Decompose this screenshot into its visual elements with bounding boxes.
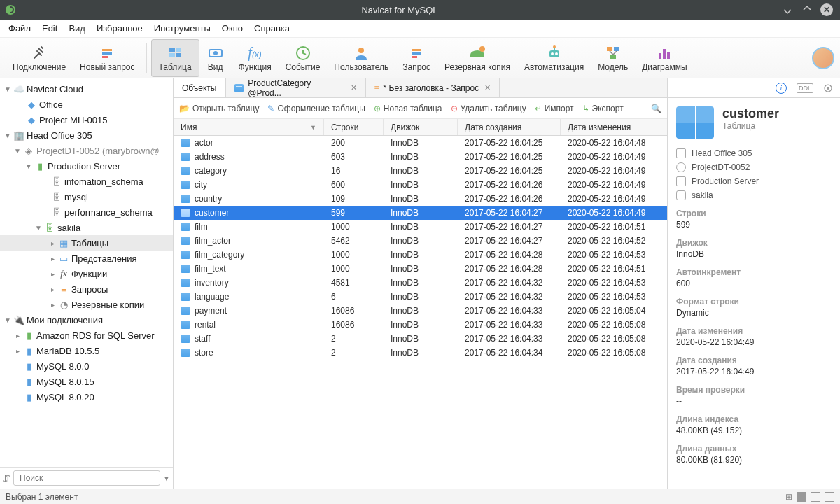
table-list[interactable]: actor200InnoDB2017-05-22 16:04:252020-05… <box>174 136 667 489</box>
prop-label: Дата изменения <box>676 326 832 336</box>
table-row[interactable]: film_category1000InnoDB2017-05-22 16:04:… <box>174 248 667 262</box>
toolbar-new-query[interactable]: Новый запрос <box>73 39 141 77</box>
tree-navicat-cloud[interactable]: ▼☁️Navicat Cloud <box>0 81 173 97</box>
minimize-icon[interactable] <box>780 2 795 18</box>
table-row[interactable]: store2InnoDB2017-05-22 16:04:342020-05-2… <box>174 346 667 360</box>
table-row[interactable]: address603InnoDB2017-05-22 16:04:252020-… <box>174 150 667 164</box>
table-row[interactable]: city600InnoDB2017-05-22 16:04:262020-05-… <box>174 178 667 192</box>
close-icon[interactable]: ✕ <box>484 83 491 92</box>
col-rows[interactable]: Строки <box>324 119 384 135</box>
tree-mariadb[interactable]: ▸▮MariaDB 10.5.5 <box>0 343 173 358</box>
col-engine[interactable]: Движок <box>384 119 458 135</box>
action-open-table[interactable]: 📂Открыть таблицу <box>179 104 259 113</box>
toolbar-backup[interactable]: Резервная копия <box>438 39 517 77</box>
menu-favorites[interactable]: Избранное <box>91 20 148 36</box>
table-row[interactable]: film_actor5462InnoDB2017-05-22 16:04:272… <box>174 234 667 248</box>
building-icon: 🏢 <box>13 130 25 141</box>
tree-mysql8020[interactable]: ▮MySQL 8.0.20 <box>0 389 173 405</box>
toolbar-function[interactable]: f(x)Функция <box>232 39 279 77</box>
info-tab-ddl[interactable]: DDL <box>797 83 813 93</box>
table-row[interactable]: actor200InnoDB2017-05-22 16:04:252020-05… <box>174 136 667 150</box>
menu-window[interactable]: Окно <box>216 20 248 36</box>
tree-db-info-schema[interactable]: 🗄infomation_schema <box>0 174 173 189</box>
info-tab-general[interactable]: i <box>776 83 787 94</box>
tree-project-mh[interactable]: ◆Project MH-0015 <box>0 112 173 127</box>
tree-head-office[interactable]: ▼🏢Head Office 305 <box>0 127 173 143</box>
svg-rect-20 <box>607 47 612 51</box>
menu-file[interactable]: Файл <box>3 20 36 36</box>
info-tab-preview[interactable] <box>823 83 833 93</box>
info-property: Длина данных80.00KB (81,920) <box>676 444 832 465</box>
col-created[interactable]: Дата создания <box>458 119 561 135</box>
action-delete-table[interactable]: ⊖Удалить таблицу <box>451 104 526 113</box>
table-row[interactable]: film1000InnoDB2017-05-22 16:04:272020-05… <box>174 220 667 234</box>
tree-db-perf-schema[interactable]: 🗄performance_schema <box>0 204 173 220</box>
chevron-down-icon[interactable]: ▼ <box>163 475 170 482</box>
tree-db-sakila[interactable]: ▼🗄sakila <box>0 220 173 235</box>
table-row[interactable]: language6InnoDB2017-05-22 16:04:322020-0… <box>174 290 667 304</box>
toolbar-view[interactable]: Вид <box>200 39 232 77</box>
tree-functions[interactable]: ▸fxФункции <box>0 266 173 281</box>
tab-untitled-query[interactable]: ≡* Без заголовка - Запрос✕ <box>366 78 500 97</box>
toolbar-charts[interactable]: Диаграммы <box>635 39 694 77</box>
close-button[interactable]: ✕ <box>819 2 834 18</box>
search-input[interactable] <box>13 470 160 486</box>
toolbar-automation[interactable]: Автоматизация <box>517 39 591 77</box>
tab-product-category[interactable]: ProductCategory @Prod...✕ <box>226 78 366 97</box>
fx-icon: fx <box>57 268 70 279</box>
table-row[interactable]: payment16086InnoDB2017-05-22 16:04:33202… <box>174 304 667 318</box>
view-grid-icon[interactable]: ⊞ <box>785 492 792 502</box>
tree-project-dt[interactable]: ▼◈ProjectDT-0052 (marybrown@ <box>0 143 173 158</box>
table-row[interactable]: film_text1000InnoDB2017-05-22 16:04:2820… <box>174 262 667 276</box>
table-row[interactable]: category16InnoDB2017-05-22 16:04:252020-… <box>174 164 667 178</box>
menu-edit[interactable]: Edit <box>36 20 63 36</box>
tree-office[interactable]: ◆Office <box>0 97 173 112</box>
col-modified[interactable]: Дата изменения <box>561 119 657 135</box>
user-avatar[interactable] <box>812 47 834 69</box>
action-export[interactable]: ↳Экспорт <box>582 104 624 113</box>
action-design-table[interactable]: ✎Оформление таблицы <box>267 104 365 113</box>
toolbar-model[interactable]: Модель <box>591 39 635 77</box>
crumb-3[interactable]: sakila <box>676 190 832 200</box>
table-row[interactable]: rental16086InnoDB2017-05-22 16:04:332020… <box>174 318 667 332</box>
view-er-icon[interactable] <box>825 492 834 502</box>
tree-queries[interactable]: ▸≡Запросы <box>0 281 173 297</box>
crumb-1[interactable]: ProjectDT-0052 <box>676 162 832 172</box>
table-row[interactable]: country109InnoDB2017-05-22 16:04:262020-… <box>174 192 667 206</box>
tree-mysql8015[interactable]: ▮MySQL 8.0.15 <box>0 374 173 389</box>
menu-help[interactable]: Справка <box>248 20 295 36</box>
svg-point-17 <box>555 52 558 55</box>
close-icon[interactable]: ✕ <box>351 83 357 92</box>
toolbar-event[interactable]: Событие <box>279 39 328 77</box>
toolbar-connection[interactable]: Подключение <box>6 39 73 77</box>
table-sm-icon <box>181 209 190 217</box>
tree-mysql800[interactable]: ▮MySQL 8.0.0 <box>0 358 173 374</box>
tab-objects[interactable]: Объекты <box>174 78 226 97</box>
view-list-icon[interactable] <box>797 492 806 502</box>
tree-backups[interactable]: ▸◔Резервные копии <box>0 297 173 312</box>
action-new-table[interactable]: ⊕Новая таблица <box>374 104 442 113</box>
col-name[interactable]: Имя▼ <box>174 119 324 135</box>
menu-view[interactable]: Вид <box>63 20 91 36</box>
server-sm-icon <box>676 176 686 186</box>
toolbar-query[interactable]: Запрос <box>396 39 438 77</box>
toolbar-table[interactable]: Таблица <box>151 39 200 77</box>
tree-views[interactable]: ▸▭Представления <box>0 251 173 266</box>
view-detail-icon[interactable] <box>811 492 820 502</box>
table-row[interactable]: staff2InnoDB2017-05-22 16:04:332020-05-2… <box>174 332 667 346</box>
maximize-icon[interactable] <box>799 2 815 18</box>
toolbar-user[interactable]: Пользователь <box>327 39 396 77</box>
action-import[interactable]: ↵Импорт <box>535 104 574 113</box>
crumb-0[interactable]: Head Office 305 <box>676 148 832 158</box>
tree-db-mysql[interactable]: 🗄mysql <box>0 189 173 204</box>
tree-my-connections[interactable]: ▼🔌Мои подключения <box>0 312 173 328</box>
table-row[interactable]: customer599InnoDB2017-05-22 16:04:272020… <box>174 206 667 220</box>
tree-rds[interactable]: ▸▮Amazon RDS for SQL Server <box>0 328 173 343</box>
crumb-2[interactable]: Production Server <box>676 176 832 186</box>
tree-tables[interactable]: ▸▦Таблицы <box>0 235 173 251</box>
search-icon[interactable]: 🔍 <box>651 104 662 113</box>
tree-production-server[interactable]: ▼▮Production Server <box>0 158 173 174</box>
table-row[interactable]: inventory4581InnoDB2017-05-22 16:04:3220… <box>174 276 667 290</box>
menu-tools[interactable]: Инструменты <box>148 20 216 36</box>
filter-icon[interactable]: ⇵ <box>3 473 10 484</box>
